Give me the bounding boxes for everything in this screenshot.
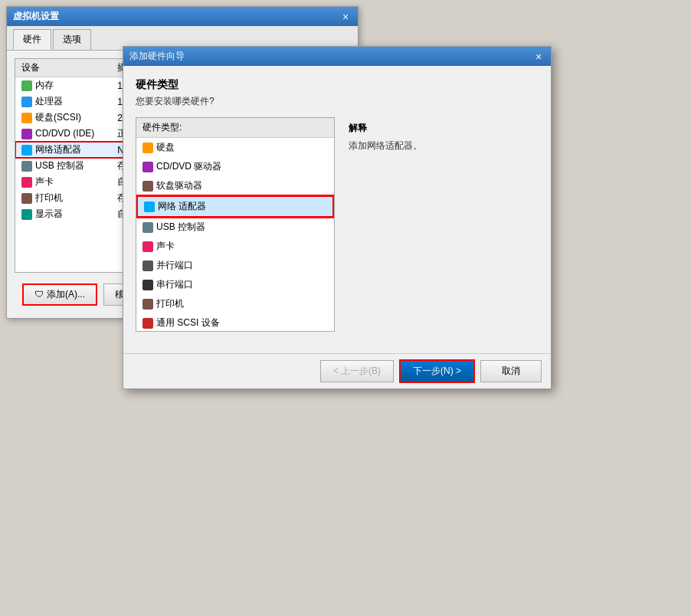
- print-list-icon: [142, 299, 153, 310]
- wizard-close-btn[interactable]: ×: [532, 51, 545, 63]
- wizard-body: 硬件类型 您要安装哪类硬件? 硬件类型: 硬盘 CD/DVD 驱动器 软盘驱动器: [123, 66, 551, 353]
- list-item-label: 软盘驱动器: [156, 179, 202, 192]
- list-item[interactable]: 串行端口: [136, 275, 334, 294]
- wizard-footer: < 上一步(B) 下一步(N) > 取消: [123, 353, 551, 388]
- dvd-icon: [21, 129, 32, 139]
- list-item[interactable]: CD/DVD 驱动器: [136, 157, 334, 176]
- hardware-list-container: 硬件类型: 硬盘 CD/DVD 驱动器 软盘驱动器 网络 适配器: [136, 117, 335, 332]
- list-item[interactable]: 硬盘: [136, 138, 334, 157]
- cpu-icon: [21, 97, 32, 107]
- device-name: 网络适配器: [35, 144, 81, 155]
- list-item-label: 通用 SCSI 设备: [156, 316, 220, 329]
- mem-icon: [21, 80, 32, 91]
- list-item-label: USB 控制器: [156, 221, 205, 234]
- sound-icon: [21, 177, 32, 188]
- net-list-icon: [144, 202, 155, 212]
- list-item-label: 并行端口: [156, 259, 193, 272]
- display-icon: [21, 209, 32, 220]
- vm-settings-title: 虚拟机设置: [13, 10, 59, 23]
- list-item-label: CD/DVD 驱动器: [156, 160, 221, 173]
- device-name: 内存: [35, 80, 54, 90]
- device-name: 声卡: [35, 176, 54, 187]
- list-item-label: 打印机: [156, 297, 184, 310]
- list-item[interactable]: 通用 SCSI 设备: [136, 313, 334, 332]
- device-name: CD/DVD (IDE): [35, 128, 94, 139]
- add-hardware-button[interactable]: 🛡添加(A)...: [22, 283, 97, 306]
- wizard-title: 添加硬件向导: [129, 50, 185, 63]
- list-item-label: 硬盘: [156, 141, 175, 154]
- tab-options[interactable]: 选项: [53, 29, 91, 50]
- shield-icon: 🛡: [34, 289, 44, 300]
- disk-icon: [21, 113, 32, 123]
- usb-list-icon: [142, 222, 153, 233]
- sound-list-icon: [142, 241, 153, 252]
- device-name: 硬盘(SCSI): [35, 112, 81, 123]
- back-button[interactable]: < 上一步(B): [320, 360, 394, 382]
- list-item[interactable]: 软盘驱动器: [136, 176, 334, 195]
- list-item-label: 串行端口: [156, 278, 193, 291]
- wizard-section-title: 硬件类型: [136, 78, 539, 92]
- add-hardware-wizard: 添加硬件向导 × 硬件类型 您要安装哪类硬件? 硬件类型: 硬盘 CD/DVD …: [123, 46, 552, 389]
- device-name: 打印机: [35, 192, 63, 203]
- cancel-button[interactable]: 取消: [480, 360, 542, 382]
- vm-settings-close-btn[interactable]: ×: [339, 11, 352, 23]
- parallel-list-icon: [142, 260, 153, 271]
- vm-settings-titlebar: 虚拟机设置 ×: [7, 7, 358, 26]
- description-label: 解释: [349, 122, 534, 135]
- list-item-label: 声卡: [156, 240, 175, 253]
- description-panel: 解释 添加网络适配器。: [344, 117, 539, 332]
- next-button[interactable]: 下一步(N) >: [400, 360, 474, 382]
- wizard-section-subtitle: 您要安装哪类硬件?: [136, 95, 539, 108]
- serial-list-icon: [142, 280, 153, 290]
- wizard-titlebar: 添加硬件向导 ×: [123, 47, 551, 66]
- list-item[interactable]: 打印机: [136, 294, 334, 313]
- usb-icon: [21, 161, 32, 172]
- floppy-list-icon: [142, 181, 153, 192]
- tab-hardware[interactable]: 硬件: [13, 29, 51, 50]
- hardware-list-header: 硬件类型:: [136, 118, 334, 138]
- description-text: 添加网络适配器。: [349, 139, 534, 152]
- dvd-list-icon: [142, 162, 153, 172]
- device-name: 处理器: [35, 96, 63, 106]
- list-item[interactable]: USB 控制器: [136, 218, 334, 237]
- device-name: USB 控制器: [35, 160, 84, 171]
- disk-list-icon: [142, 143, 153, 153]
- list-item[interactable]: 并行端口: [136, 256, 334, 275]
- list-item[interactable]: 声卡: [136, 237, 334, 256]
- network-adapter-list-item[interactable]: 网络 适配器: [136, 195, 334, 218]
- print-icon: [21, 193, 32, 204]
- list-item-label: 网络 适配器: [158, 200, 206, 213]
- net-icon: [21, 145, 32, 156]
- col-device: 设备: [15, 59, 111, 77]
- wizard-main-area: 硬件类型: 硬盘 CD/DVD 驱动器 软盘驱动器 网络 适配器: [136, 117, 539, 332]
- scsi-list-icon: [142, 318, 153, 329]
- device-name: 显示器: [35, 208, 63, 219]
